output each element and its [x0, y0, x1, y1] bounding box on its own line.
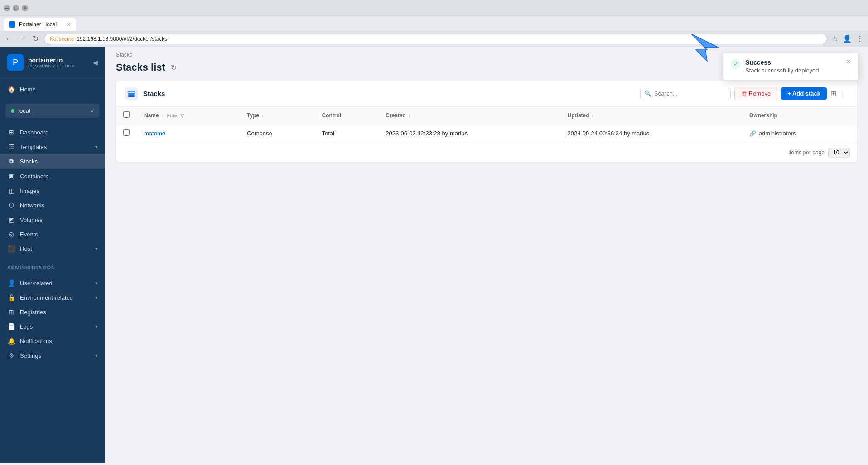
- minimize-button[interactable]: —: [4, 5, 10, 11]
- toast-success-icon: ✓: [731, 59, 741, 69]
- remove-label: Remove: [749, 90, 771, 97]
- toast-message: Stack successfully deployed: [745, 67, 841, 74]
- notifications-icon: 🔔: [7, 337, 15, 345]
- search-icon: 🔍: [644, 90, 651, 97]
- dashboard-icon: ⊞: [7, 129, 15, 136]
- ownership-value: administrators: [759, 130, 796, 137]
- table-body: matomo Compose Total 2023-06-03 12:33:28…: [116, 124, 857, 143]
- bookmark-button[interactable]: ☆: [831, 34, 839, 44]
- select-all-checkbox[interactable]: [123, 111, 130, 118]
- toast-close-button[interactable]: ✕: [846, 58, 851, 65]
- sidebar-item-stacks[interactable]: ⧉ Stacks: [0, 154, 105, 169]
- name-filter-icon[interactable]: Filter ▽: [167, 113, 184, 118]
- sidebar-item-environment-related[interactable]: 🔒 Environment-related ▾: [0, 290, 105, 305]
- environment-related-icon: 🔒: [7, 294, 15, 301]
- sidebar-item-networks[interactable]: ⬡ Networks: [0, 198, 105, 212]
- sidebar-item-logs[interactable]: 📄 Logs ▾: [0, 319, 105, 334]
- type-sort-icon: ↕: [262, 113, 264, 118]
- sidebar-logo: P portainer.io COMMUNITY EDITION ◀: [0, 47, 105, 78]
- sidebar-item-notifications[interactable]: 🔔 Notifications: [0, 334, 105, 348]
- sidebar-stacks-label: Stacks: [20, 158, 98, 165]
- sidebar: P portainer.io COMMUNITY EDITION ◀ 🏠 Hom…: [0, 47, 105, 463]
- row-created-cell: 2023-06-03 12:33:28 by marius: [378, 124, 560, 143]
- env-name: local: [18, 107, 86, 114]
- sidebar-item-templates[interactable]: ☰ Templates ▾: [0, 139, 105, 154]
- search-input[interactable]: [654, 90, 730, 97]
- sidebar-item-volumes[interactable]: ◩ Volumes: [0, 212, 105, 227]
- browser-chrome: — □ ✕: [0, 0, 868, 16]
- more-options-button[interactable]: ⋮: [840, 89, 848, 99]
- items-per-page-label: Items per page: [788, 149, 825, 156]
- url-text: 192.168.1.18:9000/#!/2/docker/stacks: [77, 36, 167, 42]
- row-type-cell: Compose: [240, 124, 314, 143]
- sidebar-environment[interactable]: local ✕: [5, 104, 100, 118]
- stacks-card: Stacks 🔍 ✕ 🗑 Remove + Add stack ⊞: [116, 81, 857, 162]
- ownership-sort-icon: ↕: [780, 113, 782, 118]
- stack-name-link[interactable]: matomo: [144, 130, 165, 137]
- browser-window-controls[interactable]: — □ ✕: [4, 5, 28, 11]
- logo-sub: COMMUNITY EDITION: [28, 64, 75, 68]
- th-type: Type ↕: [240, 107, 314, 124]
- card-stacks-icon: [125, 87, 138, 100]
- logs-icon: 📄: [7, 323, 15, 330]
- sidebar-settings-label: Settings: [20, 352, 91, 359]
- back-button[interactable]: ←: [4, 34, 14, 44]
- page-title: Stacks list: [116, 62, 165, 73]
- refresh-button[interactable]: ↻: [171, 63, 177, 72]
- add-stack-button[interactable]: + Add stack: [781, 87, 827, 100]
- maximize-button[interactable]: □: [13, 5, 19, 11]
- sidebar-item-containers[interactable]: ▣ Containers: [0, 169, 105, 183]
- row-updated-cell: 2024-09-24 00:36:34 by marius: [560, 124, 742, 143]
- select-all-header: [116, 107, 137, 124]
- reload-button[interactable]: ↻: [31, 34, 40, 44]
- nav-controls[interactable]: ← → ↻: [4, 34, 40, 44]
- sidebar-admin-section: 👤 User-related ▾ 🔒 Environment-related ▾…: [0, 272, 105, 366]
- table-header: Name ↑ Filter ▽ Type ↕ Control Created: [116, 107, 857, 124]
- th-type-label: Type: [247, 112, 259, 119]
- sidebar-item-events[interactable]: ◎ Events: [0, 227, 105, 241]
- home-icon: 🏠: [7, 86, 15, 93]
- env-close-button[interactable]: ✕: [90, 108, 94, 114]
- sidebar-containers-label: Containers: [20, 173, 98, 180]
- forward-button[interactable]: →: [17, 34, 28, 44]
- user-related-icon: 👤: [7, 279, 15, 287]
- items-per-page-select[interactable]: 10 25 50: [828, 148, 850, 158]
- sidebar-collapse-button[interactable]: ◀: [93, 59, 98, 66]
- profile-button[interactable]: 👤: [842, 34, 853, 44]
- browser-tab[interactable]: Portainer | local ✕: [4, 18, 76, 31]
- menu-button[interactable]: ⋮: [855, 34, 864, 44]
- sidebar-item-dashboard[interactable]: ⊞ Dashboard: [0, 125, 105, 139]
- sidebar-user-related-label: User-related: [20, 280, 91, 287]
- sidebar-item-user-related[interactable]: 👤 User-related ▾: [0, 276, 105, 290]
- sidebar-templates-label: Templates: [20, 144, 91, 150]
- sidebar-item-home[interactable]: 🏠 Home: [0, 82, 105, 96]
- sidebar-logs-label: Logs: [20, 323, 91, 330]
- remove-button[interactable]: 🗑 Remove: [734, 87, 777, 100]
- sidebar-item-host[interactable]: ⬛ Host ▾: [0, 241, 105, 256]
- table-header-row: Name ↑ Filter ▽ Type ↕ Control Created: [116, 107, 857, 124]
- close-button[interactable]: ✕: [22, 5, 28, 11]
- browser-actions: ☆ 👤 ⋮: [831, 34, 864, 44]
- sidebar-item-images[interactable]: ◫ Images: [0, 183, 105, 198]
- environment-related-chevron-icon: ▾: [95, 295, 98, 301]
- events-icon: ◎: [7, 230, 15, 238]
- row-name-cell: matomo: [137, 124, 240, 143]
- admin-section-label: Administration: [0, 259, 105, 272]
- created-sort-icon: ↕: [408, 113, 410, 118]
- sidebar-nav-section: ⊞ Dashboard ☰ Templates ▾ ⧉ Stacks ▣ Con…: [0, 121, 105, 259]
- sidebar-item-settings[interactable]: ⚙ Settings ▾: [0, 348, 105, 363]
- sidebar-item-registries[interactable]: ⊞ Registries: [0, 305, 105, 319]
- card-title: Stacks: [143, 90, 635, 97]
- url-bar[interactable]: Not secure 192.168.1.18:9000/#!/2/docker…: [44, 34, 827, 44]
- env-status-dot: [11, 109, 14, 113]
- user-related-chevron-icon: ▾: [95, 280, 98, 286]
- tab-close-button[interactable]: ✕: [67, 22, 71, 28]
- sidebar-home-label: Home: [20, 86, 98, 93]
- ownership-content: 🔗 administrators: [749, 130, 850, 137]
- tab-favicon: [9, 21, 15, 28]
- tab-title: Portainer | local: [19, 21, 57, 28]
- row-checkbox[interactable]: [123, 129, 130, 136]
- sidebar-events-label: Events: [20, 231, 98, 238]
- host-icon: ⬛: [7, 245, 15, 252]
- grid-view-button[interactable]: ⊞: [830, 89, 836, 98]
